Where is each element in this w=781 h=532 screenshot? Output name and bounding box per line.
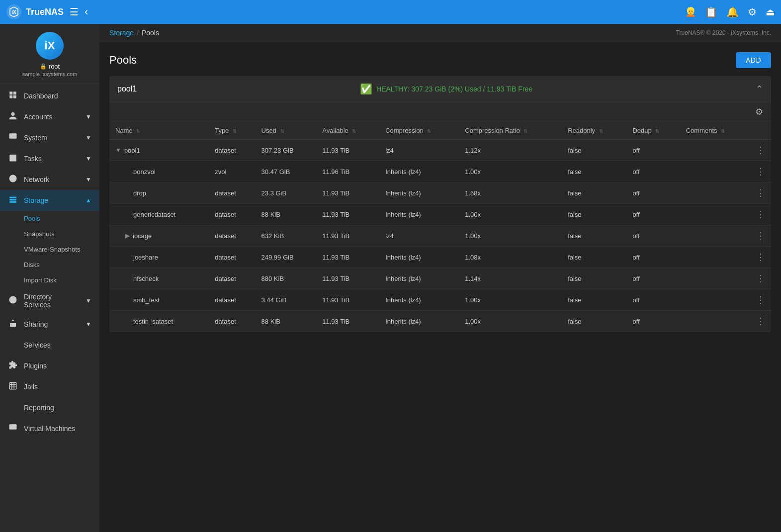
user-icon[interactable]: 👱 <box>685 6 696 17</box>
td-type: dataset <box>209 311 255 332</box>
settings-icon[interactable]: ⚙ <box>748 6 757 18</box>
clipboard-icon[interactable]: 📋 <box>705 6 717 18</box>
col-actions <box>750 122 771 140</box>
td-more[interactable]: ⋮ <box>750 268 771 289</box>
sidebar-item-jails[interactable]: Jails <box>0 376 99 397</box>
sidebar-sub-disks[interactable]: Disks <box>0 257 99 272</box>
td-more[interactable]: ⋮ <box>750 289 771 311</box>
td-used: 3.44 GiB <box>256 289 317 311</box>
td-more[interactable]: ⋮ <box>750 161 771 182</box>
menu-toggle-button[interactable]: ☰ <box>70 6 79 18</box>
col-comments[interactable]: Comments ⇅ <box>680 122 750 140</box>
col-available[interactable]: Available ⇅ <box>316 122 379 140</box>
system-icon <box>8 132 18 143</box>
sidebar-item-plugins[interactable]: Plugins <box>0 355 99 376</box>
sidebar-item-services[interactable]: Services <box>0 335 99 355</box>
td-readonly: false <box>562 140 626 161</box>
sidebar-item-network[interactable]: Network ▼ <box>0 169 99 190</box>
td-compression: lz4 <box>379 140 459 161</box>
td-comments <box>680 311 750 332</box>
sidebar-item-accounts[interactable]: Accounts ▼ <box>0 106 99 127</box>
svg-rect-8 <box>9 424 17 430</box>
topbar: iX TrueNAS ☰ ‹ 👱 📋 🔔 ⚙ ⏏ <box>0 0 781 24</box>
td-available: 11.93 TiB <box>316 140 379 161</box>
sidebar-item-virtual-machines[interactable]: Virtual Machines <box>0 418 99 439</box>
td-compression-ratio: 1.00x <box>459 204 562 225</box>
td-more[interactable]: ⋮ <box>750 182 771 204</box>
col-dedup[interactable]: Dedup ⇅ <box>626 122 680 140</box>
expand-icon[interactable]: ▶ <box>125 232 130 239</box>
td-type: dataset <box>209 289 255 311</box>
td-more[interactable]: ⋮ <box>750 204 771 225</box>
col-compression-ratio[interactable]: Compression Ratio ⇅ <box>459 122 562 140</box>
td-used: 30.47 GiB <box>256 161 317 182</box>
sidebar-item-system[interactable]: System ▼ <box>0 127 99 148</box>
td-comments <box>680 289 750 311</box>
table-header-row: Name ⇅ Type ⇅ Used ⇅ Available ⇅ Compres… <box>109 122 771 140</box>
col-used[interactable]: Used ⇅ <box>256 122 317 140</box>
col-name[interactable]: Name ⇅ <box>109 122 209 140</box>
sidebar-sub-vmware-snapshots[interactable]: VMware-Snapshots <box>0 242 99 257</box>
table-row: bonzvol zvol 30.47 GiB 11.96 TiB Inherit… <box>109 161 771 182</box>
sidebar-user: iX 🔒 root sample.ixsystems.com <box>0 24 99 84</box>
row-name: testin_sataset <box>133 318 173 325</box>
td-dedup: off <box>626 311 680 332</box>
sidebar-item-tasks[interactable]: Tasks ▼ <box>0 148 99 169</box>
row-name: nfscheck <box>133 275 159 282</box>
td-name: smb_test <box>109 289 209 311</box>
td-more[interactable]: ⋮ <box>750 225 771 247</box>
sidebar-item-dashboard[interactable]: Dashboard <box>0 86 99 106</box>
back-button[interactable]: ‹ <box>85 5 88 18</box>
row-name: smb_test <box>133 296 160 304</box>
sidebar-nav: Dashboard Accounts ▼ System ▼ <box>0 84 99 532</box>
table-settings-icon[interactable]: ⚙ <box>755 106 763 117</box>
pool-status: ✅ HEALTHY: 307.23 GiB (2%) Used / 11.93 … <box>360 83 532 95</box>
sidebar-item-storage[interactable]: Storage ▲ <box>0 190 99 211</box>
breadcrumb-storage[interactable]: Storage <box>109 29 134 37</box>
col-readonly[interactable]: Readonly ⇅ <box>562 122 626 140</box>
bell-icon[interactable]: 🔔 <box>726 6 739 18</box>
td-compression-ratio: 1.14x <box>459 268 562 289</box>
col-compression[interactable]: Compression ⇅ <box>379 122 459 140</box>
td-more[interactable]: ⋮ <box>750 311 771 332</box>
td-type: dataset <box>209 268 255 289</box>
username: 🔒 root <box>40 63 60 70</box>
td-used: 88 KiB <box>256 311 317 332</box>
td-comments <box>680 247 750 268</box>
sidebar-sub-snapshots[interactable]: Snapshots <box>0 226 99 242</box>
sidebar-sub-pools[interactable]: Pools <box>0 211 99 226</box>
add-pool-button[interactable]: ADD <box>736 52 771 68</box>
svg-point-6 <box>11 298 14 301</box>
power-icon[interactable]: ⏏ <box>766 6 775 18</box>
td-readonly: false <box>562 161 626 182</box>
sidebar-item-reporting[interactable]: Reporting <box>0 397 99 418</box>
avatar: iX <box>36 32 64 60</box>
sidebar-item-directory-services[interactable]: Directory Services ▼ <box>0 288 99 314</box>
td-compression-ratio: 1.00x <box>459 225 562 247</box>
sidebar: iX 🔒 root sample.ixsystems.com Dashboard… <box>0 24 99 532</box>
td-more[interactable]: ⋮ <box>750 247 771 268</box>
sharing-icon <box>8 319 18 330</box>
dashboard-icon <box>8 90 18 101</box>
sidebar-sub-import-disk[interactable]: Import Disk <box>0 272 99 288</box>
expand-icon[interactable]: ▼ <box>115 147 121 154</box>
sidebar-item-sharing[interactable]: Sharing ▼ <box>0 314 99 335</box>
td-more[interactable]: ⋮ <box>750 140 771 161</box>
td-compression-ratio: 1.00x <box>459 289 562 311</box>
td-name: ▶ iocage <box>109 225 209 247</box>
td-dedup: off <box>626 225 680 247</box>
plugins-icon <box>8 360 18 371</box>
td-name: drop <box>109 182 209 204</box>
pool-status-text: HEALTHY: 307.23 GiB (2%) Used / 11.93 Ti… <box>376 85 532 93</box>
pool-card: pool1 ✅ HEALTHY: 307.23 GiB (2%) Used / … <box>109 76 771 332</box>
pools-container: Pools ADD pool1 ✅ HEALTHY: 307.23 GiB (2… <box>99 42 781 532</box>
table-row: joeshare dataset 249.99 GiB 11.93 TiB In… <box>109 247 771 268</box>
td-used: 880 KiB <box>256 268 317 289</box>
accounts-arrow: ▼ <box>86 113 91 120</box>
storage-arrow: ▲ <box>86 197 91 204</box>
td-name: bonzvol <box>109 161 209 182</box>
td-dedup: off <box>626 289 680 311</box>
pool-collapse-button[interactable]: ⌃ <box>756 84 763 94</box>
td-dedup: off <box>626 140 680 161</box>
col-type[interactable]: Type ⇅ <box>209 122 255 140</box>
